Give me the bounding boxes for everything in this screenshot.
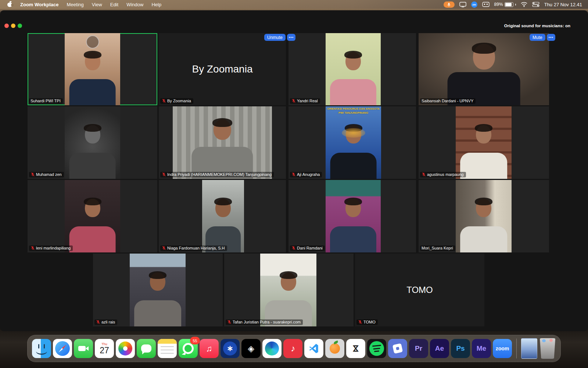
mic-in-use-indicator[interactable]: [444, 1, 455, 8]
muted-mic-icon: [291, 246, 296, 250]
macos-menu-bar: Zoom Workplace Meeting View Edit Window …: [0, 0, 588, 9]
participant-video: [65, 106, 120, 179]
battery-percent: 89%: [494, 2, 503, 7]
participant-video: [130, 254, 186, 326]
emblem-app-icon[interactable]: ◈: [241, 339, 261, 358]
participant-tile-indra[interactable]: Indra Priyadi (HARIANMEMOKEPRI.COM) Tanj…: [159, 106, 286, 179]
finder-icon[interactable]: [32, 339, 51, 358]
participant-tile-dani[interactable]: Dani Ramdani: [288, 180, 416, 252]
menu-view[interactable]: View: [92, 2, 102, 7]
participant-tile-aji[interactable]: ORIENTASI PENGURUS DAN ANGGOTA PWI TANJU…: [288, 106, 416, 179]
muted-mic-icon: [162, 246, 166, 250]
calendar-icon[interactable]: Thu 27: [95, 339, 114, 358]
apple-menu-icon[interactable]: [7, 2, 12, 7]
media-encoder-icon[interactable]: Me: [472, 339, 491, 358]
spotify-icon[interactable]: [367, 339, 386, 358]
notes-icon[interactable]: [158, 339, 177, 358]
photos-icon[interactable]: [116, 339, 135, 358]
tiktok-icon[interactable]: ♪: [283, 339, 302, 358]
participant-video: [65, 180, 120, 252]
mute-controls: Mute •••: [530, 34, 555, 41]
after-effects-icon[interactable]: Ae: [430, 339, 449, 358]
participant-tile-mori[interactable]: Mori_Suara Kepri: [419, 180, 549, 252]
participant-nametag: Suhardi PWI TPI: [29, 98, 63, 104]
mic-icon: [447, 2, 451, 7]
participant-nametag: Aji Anugraha: [290, 172, 322, 177]
participant-tile-suhardi[interactable]: Suhardi PWI TPI: [28, 33, 157, 105]
participant-tile-niaga[interactable]: Niaga Fardomuan Harianja, S.H: [159, 180, 286, 252]
whatsapp-icon[interactable]: 55: [179, 339, 198, 358]
participant-video: [65, 33, 120, 105]
muted-mic-icon: [291, 99, 296, 103]
safari-icon[interactable]: [53, 339, 72, 358]
original-sound-status[interactable]: Original sound for musicians: on: [504, 24, 570, 28]
more-options-button[interactable]: •••: [287, 34, 295, 41]
menubar-clock[interactable]: Thu 27 Nov 12.41: [544, 2, 582, 7]
muted-mic-icon: [422, 172, 426, 177]
menu-window[interactable]: Window: [126, 2, 143, 7]
zoom-menubar-icon[interactable]: zm: [471, 1, 477, 8]
zoom-meeting-window: Original sound for musicians: on Unmute …: [0, 10, 588, 331]
participant-tile-by-zoomania[interactable]: By Zoomania By Zoomania: [159, 33, 286, 105]
capcut-icon[interactable]: ⋈: [346, 339, 365, 358]
photoshop-icon[interactable]: Ps: [451, 339, 470, 358]
fl-studio-icon[interactable]: [325, 339, 344, 358]
participant-video: ORIENTASI PENGURUS DAN ANGGOTA PWI TANJU…: [326, 106, 381, 179]
vscode-icon[interactable]: [304, 339, 323, 358]
menu-meeting[interactable]: Meeting: [67, 2, 84, 7]
participant-tile-leni[interactable]: leni marlindapiliang: [28, 180, 157, 252]
zoom-app-icon[interactable]: zoom: [493, 339, 512, 358]
window-minimize-button[interactable]: [11, 24, 15, 28]
participant-nametag: agustinus marpaung: [420, 172, 466, 177]
wifi-icon[interactable]: [521, 2, 527, 7]
participant-nametag: azli rais: [94, 319, 117, 325]
menu-help[interactable]: Help: [151, 2, 161, 7]
control-center-icon[interactable]: [532, 2, 539, 7]
participant-tile-tafan[interactable]: Tafan Juristian Putra - suarakepri.com: [224, 254, 354, 326]
edge-icon[interactable]: [262, 339, 282, 358]
participant-tile-agustinus[interactable]: agustinus marpaung: [419, 106, 549, 179]
participant-nametag: leni marlindapiliang: [29, 245, 73, 251]
video-banner-text: ORIENTASI PENGURUS DAN ANGGOTA PWI TANJU…: [326, 107, 381, 115]
participant-tile-saibansah[interactable]: Saibansah Dardani - UPNVY: [419, 33, 549, 105]
participant-video: [456, 106, 512, 179]
keyboard-icon[interactable]: [482, 2, 490, 7]
participant-nametag: Niaga Fardomuan Harianja, S.H: [160, 245, 227, 251]
screen-share-icon[interactable]: [459, 2, 466, 7]
participant-nametag: Tafan Juristian Putra - suarakepri.com: [226, 319, 303, 325]
participant-tile-muhamad[interactable]: Muhamad zen: [28, 106, 157, 179]
participant-video: [326, 180, 381, 252]
participant-tile-azli[interactable]: azli rais: [93, 254, 223, 326]
muted-mic-icon: [162, 172, 166, 177]
participant-nametag: Saibansah Dardani - UPNVY: [420, 98, 476, 104]
roblox-icon[interactable]: [388, 339, 407, 358]
mute-button[interactable]: Mute: [530, 34, 545, 41]
participant-tile-yandri[interactable]: Yandri Real: [288, 33, 416, 105]
muted-mic-icon: [227, 320, 232, 324]
participant-nametag: TOMO: [356, 319, 378, 325]
messages-icon[interactable]: [137, 339, 156, 358]
battery-status[interactable]: 89%: [494, 2, 516, 7]
audio-app-icon[interactable]: ∗: [220, 339, 240, 358]
muted-mic-icon: [96, 320, 100, 324]
participant-video: [260, 254, 316, 326]
unmute-controls: Unmute •••: [264, 34, 295, 41]
premiere-pro-icon[interactable]: Pr: [409, 339, 428, 358]
menu-app-name[interactable]: Zoom Workplace: [20, 2, 59, 7]
tile-display-text: TOMO: [355, 254, 484, 326]
window-close-button[interactable]: [4, 24, 9, 28]
apple-music-icon[interactable]: ♫: [200, 339, 219, 358]
facetime-icon[interactable]: [74, 339, 93, 358]
more-options-button[interactable]: •••: [547, 34, 555, 41]
minimized-window-thumbnail[interactable]: [521, 338, 537, 359]
participant-tile-tomo[interactable]: TOMO TOMO: [355, 254, 484, 326]
whatsapp-badge: 55: [190, 337, 200, 344]
participant-nametag: Mori_Suara Kepri: [420, 245, 455, 251]
window-zoom-button[interactable]: [18, 24, 22, 28]
unmute-button[interactable]: Unmute: [264, 34, 286, 41]
muted-mic-icon: [358, 320, 362, 324]
menu-edit[interactable]: Edit: [110, 2, 118, 7]
participant-nametag: Dani Ramdani: [290, 245, 325, 251]
trash-icon[interactable]: [539, 338, 556, 359]
participant-video: [173, 106, 272, 179]
